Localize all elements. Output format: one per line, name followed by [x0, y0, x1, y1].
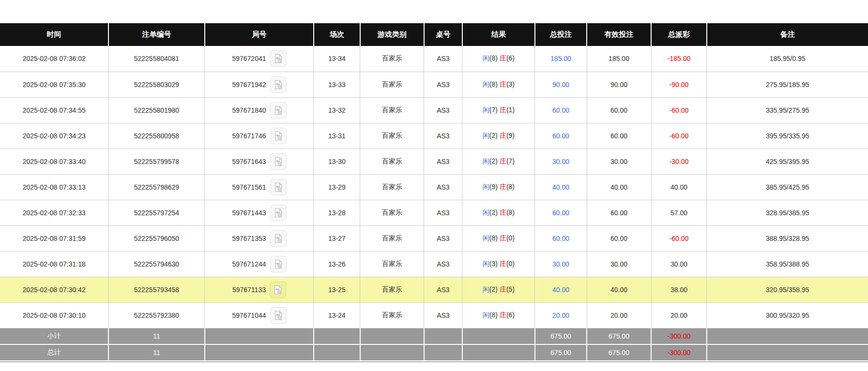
cell-table-number: AS3	[424, 277, 462, 302]
cell-remark: 275.95/185.95	[707, 72, 868, 97]
round-number-wrap: 597671942	[232, 76, 286, 93]
video-replay-button[interactable]	[270, 179, 287, 195]
video-replay-button[interactable]	[270, 282, 286, 298]
summary-total-payout: -300.00	[651, 344, 707, 361]
result-player-score: (2)	[489, 285, 498, 293]
cell-valid-bet: 60.00	[587, 123, 651, 148]
result-player-label: 闲	[483, 234, 489, 242]
col-header-game-type: 游戏类别	[360, 23, 424, 46]
cell-time: 2025-02-08 07:34:55	[0, 97, 108, 123]
video-replay-button[interactable]	[270, 256, 287, 272]
cell-round-number: 597671942	[205, 72, 314, 97]
cell-table-number: AS3	[424, 123, 462, 148]
cell-remark: 300.95/320.95	[707, 302, 868, 328]
summary-empty-cell	[424, 344, 462, 361]
round-number-wrap: 597671133	[232, 282, 286, 298]
col-header-result: 结果	[462, 23, 535, 46]
cell-bet-number: 522255799578	[108, 148, 205, 174]
result-player-score: (3)	[489, 260, 498, 267]
cell-total-payout: -60.00	[651, 225, 707, 251]
col-header-time: 时间	[0, 23, 108, 46]
cell-time: 2025-02-08 07:36:02	[0, 46, 108, 72]
result-banker-label: 庄	[500, 157, 506, 165]
summary-total-bet: 675.00	[535, 344, 587, 361]
cell-total-payout: 30.00	[651, 251, 707, 277]
video-replay-icon	[273, 131, 284, 141]
table-row: 2025-02-08 07:30:42522255793458597671133…	[0, 277, 868, 302]
summary-valid-bet: 675.00	[587, 328, 651, 344]
cell-table-number: AS3	[424, 225, 462, 251]
result-banker-score: (0)	[506, 234, 515, 242]
bet-records-table: 时间 注单编号 局号 场次 游戏类别 桌号 结果 总投注 有效投注 总派彩 备注…	[0, 23, 868, 361]
video-replay-button[interactable]	[270, 153, 287, 170]
cell-session: 13-26	[314, 251, 360, 277]
cell-table-number: AS3	[424, 174, 462, 200]
video-replay-icon	[273, 79, 284, 90]
cell-game-type: 百家乐	[360, 200, 424, 225]
summary-empty-cell	[314, 328, 360, 344]
round-number: 597671942	[232, 81, 266, 89]
cell-result: 闲(8) 庄(3)	[462, 72, 535, 97]
cell-time: 2025-02-08 07:31:59	[0, 225, 108, 251]
video-replay-icon	[273, 310, 284, 321]
video-replay-icon	[273, 53, 284, 64]
subtotal-row: 小计11675.00675.00-300.00	[0, 328, 868, 344]
cell-time: 2025-02-08 07:30:42	[0, 277, 108, 302]
cell-result: 闲(2) 庄(5)	[462, 277, 535, 302]
video-replay-button[interactable]	[270, 128, 287, 144]
result-player-label: 闲	[483, 54, 489, 62]
round-number: 597671561	[232, 183, 266, 191]
video-replay-button[interactable]	[270, 50, 287, 67]
result-banker-label: 庄	[500, 260, 506, 267]
table-row: 2025-02-08 07:36:02522255804081597672041…	[0, 46, 868, 72]
video-replay-button[interactable]	[270, 76, 287, 93]
video-replay-button[interactable]	[270, 230, 287, 247]
grandtotal-row: 总计11675.00675.00-300.00	[0, 344, 868, 361]
table-row: 2025-02-08 07:34:55522255801980597671840…	[0, 97, 868, 123]
video-replay-icon	[273, 105, 284, 116]
cell-bet-number: 522255804081	[108, 46, 205, 72]
round-number: 597671044	[232, 312, 266, 319]
cell-total-payout: -60.00	[651, 97, 707, 123]
cell-bet-number: 522255801980	[108, 97, 205, 123]
summary-empty-cell	[360, 344, 424, 361]
result-banker-score: (1)	[506, 106, 515, 114]
cell-table-number: AS3	[424, 97, 462, 123]
summary-label: 总计	[0, 344, 108, 361]
result-banker-label: 庄	[500, 106, 506, 114]
result-banker-label: 庄	[500, 183, 506, 191]
cell-remark: 185.95/0.95	[707, 46, 868, 72]
round-number: 597671443	[232, 209, 266, 217]
result-player-score: (2)	[489, 157, 498, 165]
col-header-total-payout: 总派彩	[651, 23, 707, 46]
cell-time: 2025-02-08 07:31:18	[0, 251, 108, 277]
cell-time: 2025-02-08 07:33:13	[0, 174, 108, 200]
video-replay-button[interactable]	[270, 102, 287, 119]
cell-result: 闲(2) 庄(9)	[462, 123, 535, 148]
cell-round-number: 597671133	[205, 277, 314, 302]
cell-result: 闲(8) 庄(6)	[462, 46, 535, 72]
table-bottom-border	[0, 361, 868, 362]
cell-game-type: 百家乐	[360, 174, 424, 200]
cell-time: 2025-02-08 07:33:40	[0, 148, 108, 174]
cell-remark: 358.95/388.95	[707, 251, 868, 277]
cell-valid-bet: 60.00	[587, 97, 651, 123]
video-replay-button[interactable]	[270, 205, 287, 221]
result-banker-score: (9)	[506, 132, 515, 139]
cell-session: 13-34	[314, 46, 360, 72]
cell-total-bet: 185.00	[535, 46, 587, 72]
summary-total-payout: -300.00	[651, 328, 707, 344]
cell-total-bet: 60.00	[535, 225, 587, 251]
video-replay-icon	[273, 284, 283, 295]
table-body: 2025-02-08 07:36:02522255804081597672041…	[0, 46, 868, 328]
result-player-label: 闲	[483, 157, 489, 165]
table-header-row: 时间 注单编号 局号 场次 游戏类别 桌号 结果 总投注 有效投注 总派彩 备注	[0, 23, 868, 46]
cell-result: 闲(2) 庄(7)	[462, 148, 535, 174]
result-banker-label: 庄	[500, 208, 506, 216]
cell-table-number: AS3	[424, 251, 462, 277]
round-number-wrap: 597671353	[232, 230, 286, 247]
cell-valid-bet: 20.00	[587, 302, 651, 328]
round-number-wrap: 597671561	[232, 179, 286, 195]
video-replay-button[interactable]	[270, 307, 287, 324]
cell-table-number: AS3	[424, 148, 462, 174]
